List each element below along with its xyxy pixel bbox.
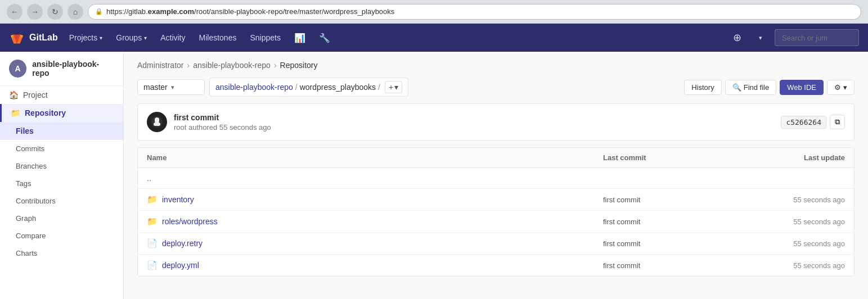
col-last-commit: Last commit (603, 153, 744, 162)
sidebar-user: A ansible-playbook-repo (0, 52, 123, 86)
file-table-header: Name Last commit Last update (138, 148, 854, 168)
commit-card: first commit root authored 55 seconds ag… (137, 103, 854, 141)
copy-icon: ⧉ (835, 117, 840, 126)
last-commit-deploy-retry: first commit (603, 239, 744, 248)
path-sep: / (295, 83, 298, 92)
breadcrumb-sep-1: › (187, 61, 190, 70)
folder-icon: 📁 (147, 216, 158, 226)
table-row: 📄 deploy.yml first commit 55 seconds ago (138, 255, 854, 276)
nav-groups[interactable]: Groups ▾ (109, 24, 154, 52)
url-text: https://gitlab.example.com/root/ansible-… (106, 7, 394, 16)
sidebar-item-branches[interactable]: Branches (0, 157, 123, 175)
header-actions: History 🔍 Find file Web IDE ⚙ ▾ (684, 80, 854, 95)
main-content: Administrator › ansible-playbook-repo › … (124, 52, 868, 299)
commit-hash[interactable]: c5266264 (781, 116, 826, 129)
file-icon: 📄 (147, 238, 158, 248)
forward-button[interactable]: → (27, 4, 43, 20)
commit-message[interactable]: first commit (174, 113, 774, 122)
nav-projects[interactable]: Projects ▾ (62, 24, 110, 52)
home-button[interactable]: ⌂ (68, 4, 83, 20)
search-input[interactable] (775, 29, 859, 46)
file-name-deploy-yml[interactable]: 📄 deploy.yml (147, 260, 603, 270)
folder-icon: 📁 (147, 194, 158, 205)
breadcrumb-sep-2: › (274, 61, 277, 70)
nav-activity[interactable]: Activity (154, 24, 192, 52)
sidebar-item-compare[interactable]: Compare (0, 227, 123, 244)
nav-right: ⊕ ▾ (727, 28, 859, 47)
nav-plus-button[interactable]: ⊕ (727, 28, 746, 47)
file-icon: 📄 (147, 260, 158, 270)
history-button[interactable]: History (684, 80, 721, 95)
last-update-deploy-yml: 55 seconds ago (744, 261, 845, 270)
breadcrumb: Administrator › ansible-playbook-repo › … (137, 61, 854, 70)
url-bar[interactable]: 🔒 https://gitlab.example.com/root/ansibl… (88, 4, 861, 20)
sidebar-item-repository[interactable]: 📁 Repository (0, 104, 123, 122)
nav-wrench-icon[interactable]: 🔧 (312, 24, 337, 52)
main-layout: A ansible-playbook-repo 🏠 Project 📁 Repo… (0, 52, 868, 299)
copy-hash-button[interactable]: ⧉ (830, 115, 845, 129)
sidebar-item-contributors[interactable]: Contributors (0, 192, 123, 210)
nav-snippets[interactable]: Snippets (243, 24, 287, 52)
last-update-inventory: 55 seconds ago (744, 196, 845, 204)
back-button[interactable]: ← (7, 4, 23, 20)
repo-header-bar: master ▾ ansible-playbook-repo / wordpre… (137, 78, 854, 97)
commit-hash-area: c5266264 ⧉ (781, 115, 845, 129)
table-row: 📁 inventory first commit 55 seconds ago (138, 189, 854, 211)
nav-milestones[interactable]: Milestones (192, 24, 244, 52)
sidebar-item-tags[interactable]: Tags (0, 175, 123, 192)
table-row: 📁 roles/wordpress first commit 55 second… (138, 211, 854, 233)
refresh-button[interactable]: ↻ (47, 4, 63, 20)
more-options-button[interactable]: ⚙ ▾ (827, 80, 854, 95)
sidebar-item-files[interactable]: Files (0, 122, 123, 140)
file-name-inventory[interactable]: 📁 inventory (147, 194, 603, 205)
nav-dropdown-button[interactable]: ▾ (751, 28, 770, 47)
gitlab-fox-icon (9, 30, 25, 46)
lock-icon: 🔒 (95, 8, 103, 15)
browser-chrome: ← → ↻ ⌂ 🔒 https://gitlab.example.com/roo… (0, 0, 868, 24)
branch-dropdown[interactable]: master ▾ (137, 79, 205, 95)
sidebar-item-charts[interactable]: Charts (0, 244, 123, 262)
last-commit-deploy-yml: first commit (603, 261, 744, 270)
gitlab-label: GitLab (29, 33, 58, 43)
last-update-deploy-retry: 55 seconds ago (744, 239, 845, 248)
file-table: Name Last commit Last update .. 📁 invent… (137, 147, 854, 277)
repo-name-label: ansible-playbook-repo (32, 60, 114, 78)
last-commit-roles: first commit (603, 218, 744, 226)
file-name-roles[interactable]: 📁 roles/wordpress (147, 216, 603, 226)
repository-icon: 📁 (11, 108, 20, 117)
chevron-down-icon: ▾ (144, 35, 147, 41)
search-icon: 🔍 (732, 83, 741, 92)
parent-dir-link[interactable]: .. (147, 174, 603, 183)
branch-name: master (143, 83, 168, 92)
breadcrumb-current: Repository (280, 61, 318, 70)
breadcrumb-administrator[interactable]: Administrator (137, 61, 183, 70)
chevron-down-icon: ▾ (171, 84, 174, 91)
top-nav: GitLab Projects ▾ Groups ▾ Activity Mile… (0, 24, 868, 52)
path-part-repo[interactable]: ansible-playbook-repo (215, 83, 293, 92)
path-part-folder: wordpress_playbooks (300, 83, 376, 92)
last-update-roles: 55 seconds ago (744, 218, 845, 226)
sidebar-item-commits[interactable]: Commits (0, 140, 123, 157)
chevron-down-icon: ▾ (843, 83, 847, 92)
commit-meta: root authored 55 seconds ago (174, 123, 774, 132)
chevron-down-icon: ▾ (100, 35, 102, 41)
author-icon (150, 115, 164, 129)
col-name: Name (147, 153, 603, 162)
breadcrumb-repo[interactable]: ansible-playbook-repo (193, 61, 271, 70)
plus-icon: + (389, 83, 393, 92)
path-sep-2: / (378, 83, 380, 92)
svg-rect-1 (154, 123, 160, 126)
find-file-button[interactable]: 🔍 Find file (725, 80, 777, 95)
gitlab-logo[interactable]: GitLab (9, 30, 58, 46)
last-commit-inventory: first commit (603, 196, 744, 204)
nav-chart-icon[interactable]: 📊 (287, 24, 312, 52)
file-name-deploy-retry[interactable]: 📄 deploy.retry (147, 238, 603, 248)
sidebar-item-graph[interactable]: Graph (0, 210, 123, 227)
sidebar: A ansible-playbook-repo 🏠 Project 📁 Repo… (0, 52, 124, 299)
avatar: A (9, 60, 26, 78)
table-row: .. (138, 168, 854, 189)
web-ide-button[interactable]: Web IDE (780, 80, 824, 95)
project-icon: 🏠 (9, 90, 19, 99)
sidebar-item-project[interactable]: 🏠 Project (0, 86, 123, 104)
add-file-button[interactable]: + ▾ (385, 81, 402, 93)
